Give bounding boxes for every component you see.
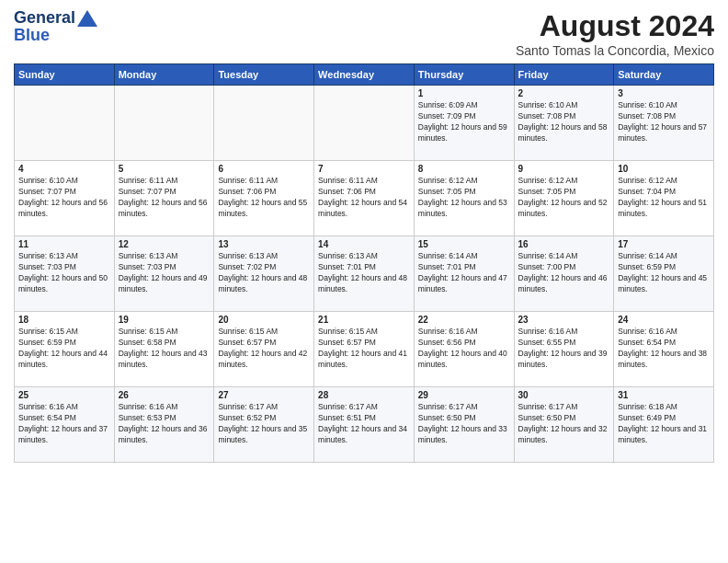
day-info: Sunrise: 6:11 AMSunset: 7:06 PMDaylight:… — [318, 176, 410, 220]
weekday-header-sunday: Sunday — [15, 64, 115, 86]
day-cell: 24Sunrise: 6:16 AMSunset: 6:54 PMDayligh… — [614, 312, 714, 387]
day-info: Sunrise: 6:12 AMSunset: 7:05 PMDaylight:… — [418, 176, 510, 220]
svg-marker-0 — [77, 10, 97, 27]
day-number: 14 — [318, 239, 410, 249]
day-cell: 25Sunrise: 6:16 AMSunset: 6:54 PMDayligh… — [15, 387, 115, 463]
day-number: 19 — [119, 315, 210, 325]
day-number: 20 — [218, 315, 310, 325]
title-block: August 2024 Santo Tomas la Concordia, Me… — [516, 9, 714, 58]
day-number: 25 — [18, 390, 110, 400]
day-info: Sunrise: 6:15 AMSunset: 6:57 PMDaylight:… — [318, 327, 410, 371]
day-cell: 15Sunrise: 6:14 AMSunset: 7:01 PMDayligh… — [414, 236, 514, 312]
day-info: Sunrise: 6:16 AMSunset: 6:54 PMDaylight:… — [618, 327, 710, 371]
day-number: 30 — [518, 390, 610, 400]
day-number: 9 — [518, 164, 610, 174]
day-cell: 27Sunrise: 6:17 AMSunset: 6:52 PMDayligh… — [214, 387, 314, 463]
day-cell: 12Sunrise: 6:13 AMSunset: 7:03 PMDayligh… — [114, 236, 214, 312]
day-info: Sunrise: 6:13 AMSunset: 7:03 PMDaylight:… — [18, 251, 110, 295]
day-cell: 16Sunrise: 6:14 AMSunset: 7:00 PMDayligh… — [514, 236, 614, 312]
week-row-5: 25Sunrise: 6:16 AMSunset: 6:54 PMDayligh… — [15, 387, 714, 463]
day-number: 17 — [618, 239, 710, 249]
weekday-header-monday: Monday — [114, 64, 214, 86]
day-number: 21 — [318, 315, 410, 325]
day-info: Sunrise: 6:10 AMSunset: 7:07 PMDaylight:… — [18, 176, 110, 220]
logo: General Blue — [14, 9, 97, 45]
day-cell: 19Sunrise: 6:15 AMSunset: 6:58 PMDayligh… — [114, 312, 214, 387]
day-number: 7 — [318, 164, 410, 174]
day-cell — [214, 86, 314, 161]
logo-icon — [77, 10, 97, 27]
day-cell: 20Sunrise: 6:15 AMSunset: 6:57 PMDayligh… — [214, 312, 314, 387]
day-cell: 26Sunrise: 6:16 AMSunset: 6:53 PMDayligh… — [114, 387, 214, 463]
day-cell: 23Sunrise: 6:16 AMSunset: 6:55 PMDayligh… — [514, 312, 614, 387]
day-info: Sunrise: 6:10 AMSunset: 7:08 PMDaylight:… — [518, 100, 610, 144]
day-number: 26 — [119, 390, 210, 400]
day-number: 29 — [418, 390, 510, 400]
day-cell: 9Sunrise: 6:12 AMSunset: 7:05 PMDaylight… — [514, 161, 614, 236]
day-number: 23 — [518, 315, 610, 325]
weekday-header-friday: Friday — [514, 64, 614, 86]
day-cell: 5Sunrise: 6:11 AMSunset: 7:07 PMDaylight… — [114, 161, 214, 236]
day-info: Sunrise: 6:16 AMSunset: 6:54 PMDaylight:… — [18, 402, 110, 446]
subtitle: Santo Tomas la Concordia, Mexico — [516, 43, 714, 58]
day-cell: 13Sunrise: 6:13 AMSunset: 7:02 PMDayligh… — [214, 236, 314, 312]
day-cell — [114, 86, 214, 161]
day-info: Sunrise: 6:10 AMSunset: 7:08 PMDaylight:… — [618, 100, 710, 144]
day-info: Sunrise: 6:16 AMSunset: 6:56 PMDaylight:… — [418, 327, 510, 371]
day-cell: 2Sunrise: 6:10 AMSunset: 7:08 PMDaylight… — [514, 86, 614, 161]
day-number: 12 — [119, 239, 210, 249]
day-info: Sunrise: 6:12 AMSunset: 7:05 PMDaylight:… — [518, 176, 610, 220]
week-row-1: 1Sunrise: 6:09 AMSunset: 7:09 PMDaylight… — [15, 86, 714, 161]
day-cell: 21Sunrise: 6:15 AMSunset: 6:57 PMDayligh… — [314, 312, 415, 387]
day-number: 22 — [418, 315, 510, 325]
day-number: 31 — [618, 390, 710, 400]
day-info: Sunrise: 6:13 AMSunset: 7:01 PMDaylight:… — [318, 251, 410, 295]
day-number: 11 — [18, 239, 110, 249]
day-number: 10 — [618, 164, 710, 174]
day-cell: 1Sunrise: 6:09 AMSunset: 7:09 PMDaylight… — [414, 86, 514, 161]
week-row-2: 4Sunrise: 6:10 AMSunset: 7:07 PMDaylight… — [15, 161, 714, 236]
day-info: Sunrise: 6:13 AMSunset: 7:02 PMDaylight:… — [218, 251, 310, 295]
calendar-table: SundayMondayTuesdayWednesdayThursdayFrid… — [14, 63, 714, 463]
day-info: Sunrise: 6:12 AMSunset: 7:04 PMDaylight:… — [618, 176, 710, 220]
calendar-page: General Blue August 2024 Santo Tomas la … — [0, 0, 728, 563]
day-info: Sunrise: 6:15 AMSunset: 6:57 PMDaylight:… — [218, 327, 310, 371]
main-title: August 2024 — [516, 9, 714, 43]
day-cell: 14Sunrise: 6:13 AMSunset: 7:01 PMDayligh… — [314, 236, 415, 312]
day-info: Sunrise: 6:17 AMSunset: 6:50 PMDaylight:… — [418, 402, 510, 446]
day-info: Sunrise: 6:15 AMSunset: 6:58 PMDaylight:… — [119, 327, 210, 371]
day-cell: 11Sunrise: 6:13 AMSunset: 7:03 PMDayligh… — [15, 236, 115, 312]
day-info: Sunrise: 6:17 AMSunset: 6:50 PMDaylight:… — [518, 402, 610, 446]
week-row-3: 11Sunrise: 6:13 AMSunset: 7:03 PMDayligh… — [15, 236, 714, 312]
day-info: Sunrise: 6:11 AMSunset: 7:06 PMDaylight:… — [218, 176, 310, 220]
day-info: Sunrise: 6:15 AMSunset: 6:59 PMDaylight:… — [18, 327, 110, 371]
day-info: Sunrise: 6:18 AMSunset: 6:49 PMDaylight:… — [618, 402, 710, 446]
day-number: 3 — [618, 88, 710, 98]
day-cell — [314, 86, 415, 161]
day-number: 15 — [418, 239, 510, 249]
day-info: Sunrise: 6:17 AMSunset: 6:52 PMDaylight:… — [218, 402, 310, 446]
day-info: Sunrise: 6:13 AMSunset: 7:03 PMDaylight:… — [119, 251, 210, 295]
day-cell: 31Sunrise: 6:18 AMSunset: 6:49 PMDayligh… — [614, 387, 714, 463]
day-info: Sunrise: 6:09 AMSunset: 7:09 PMDaylight:… — [418, 100, 510, 144]
day-info: Sunrise: 6:14 AMSunset: 7:01 PMDaylight:… — [418, 251, 510, 295]
day-cell — [15, 86, 115, 161]
day-cell: 28Sunrise: 6:17 AMSunset: 6:51 PMDayligh… — [314, 387, 415, 463]
day-number: 5 — [119, 164, 210, 174]
day-number: 2 — [518, 88, 610, 98]
day-cell: 17Sunrise: 6:14 AMSunset: 6:59 PMDayligh… — [614, 236, 714, 312]
day-number: 27 — [218, 390, 310, 400]
weekday-header-row: SundayMondayTuesdayWednesdayThursdayFrid… — [15, 64, 714, 86]
day-number: 28 — [318, 390, 410, 400]
day-info: Sunrise: 6:11 AMSunset: 7:07 PMDaylight:… — [119, 176, 210, 220]
day-cell: 22Sunrise: 6:16 AMSunset: 6:56 PMDayligh… — [414, 312, 514, 387]
day-number: 6 — [218, 164, 310, 174]
logo-text: General — [14, 9, 97, 28]
logo-blue: Blue — [14, 26, 97, 45]
day-number: 8 — [418, 164, 510, 174]
day-cell: 18Sunrise: 6:15 AMSunset: 6:59 PMDayligh… — [15, 312, 115, 387]
day-number: 13 — [218, 239, 310, 249]
day-number: 4 — [18, 164, 110, 174]
day-info: Sunrise: 6:14 AMSunset: 7:00 PMDaylight:… — [518, 251, 610, 295]
day-number: 24 — [618, 315, 710, 325]
